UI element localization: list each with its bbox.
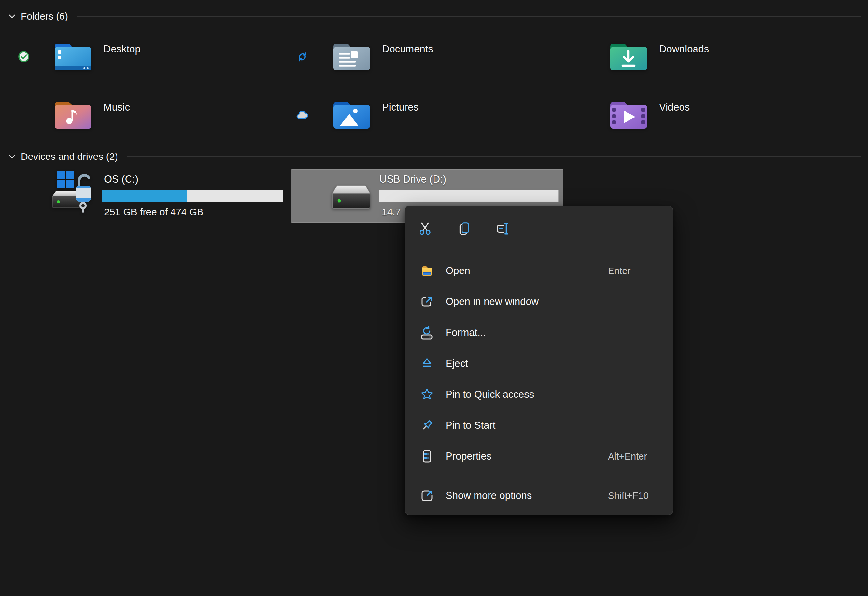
pin-icon [420, 418, 434, 432]
menu-item-label: Pin to Quick access [446, 389, 534, 400]
menu-item-label: Properties [446, 450, 492, 462]
music-folder-icon [52, 100, 94, 130]
drive-capacity-text: 251 GB free of 474 GB [104, 207, 204, 217]
show-more-options-icon [420, 488, 434, 503]
context-menu: Open Enter Open in new window [404, 206, 673, 515]
menu-item-show-more-options[interactable]: Show more options Shift+F10 [405, 480, 673, 511]
folder-tile-music[interactable]: Music [52, 100, 274, 130]
eject-icon [420, 356, 434, 371]
usb-drive-icon [331, 181, 371, 210]
rename-button[interactable] [495, 221, 511, 236]
open-new-window-icon [420, 295, 434, 309]
rename-icon [496, 221, 511, 236]
desktop-folder-icon [52, 41, 94, 72]
folder-tile-videos[interactable]: Videos [608, 100, 829, 130]
capacity-bar-fill [102, 190, 187, 202]
menu-item-shortcut: Shift+F10 [608, 490, 649, 501]
downloads-folder-icon [608, 41, 649, 72]
drive-capacity-text: 14.7 [382, 207, 401, 217]
menu-separator [405, 475, 673, 476]
menu-item-pin-to-quick-access[interactable]: Pin to Quick access [405, 379, 673, 410]
menu-item-shortcut: Alt+Enter [608, 451, 647, 462]
format-drive-icon [420, 326, 434, 340]
quick-actions-row [405, 206, 673, 251]
menu-items: Open Enter Open in new window [405, 251, 673, 475]
file-explorer-content: Folders (6) Desktop [0, 0, 868, 596]
menu-item-label: Open in new window [446, 296, 539, 308]
sync-complete-icon [18, 51, 30, 62]
folder-label: Desktop [103, 41, 140, 55]
section-divider [77, 16, 861, 16]
menu-item-label: Open [446, 265, 470, 277]
folder-label: Pictures [382, 100, 419, 113]
documents-folder-icon [331, 41, 372, 72]
folder-label: Music [103, 100, 130, 113]
sync-in-progress-icon [297, 51, 308, 62]
menu-item-label: Pin to Start [446, 420, 495, 431]
folder-tile-documents[interactable]: Documents [331, 41, 552, 72]
devices-section-header: Devices and drives (2) [8, 149, 861, 164]
chevron-down-icon[interactable] [8, 12, 16, 21]
drive-name: USB Drive (D:) [379, 174, 446, 185]
menu-item-format[interactable]: Format... [405, 317, 673, 348]
folder-label: Videos [659, 100, 689, 113]
menu-item-properties[interactable]: Properties Alt+Enter [405, 441, 673, 472]
capacity-bar [378, 190, 559, 202]
menu-item-shortcut: Enter [608, 265, 630, 276]
folder-label: Downloads [659, 41, 709, 55]
pictures-folder-icon [331, 100, 372, 130]
section-divider [127, 156, 861, 157]
menu-item-label: Eject [446, 358, 468, 369]
folders-section-label: Folders (6) [21, 11, 68, 22]
chevron-down-icon[interactable] [8, 152, 16, 161]
properties-icon [420, 449, 434, 463]
cloud-online-only-icon [297, 111, 308, 120]
menu-item-eject[interactable]: Eject [405, 348, 673, 379]
drive-tile-os-c[interactable]: OS (C:) 251 GB free of 474 GB [19, 169, 291, 223]
menu-item-pin-to-start[interactable]: Pin to Start [405, 410, 673, 441]
devices-section-label: Devices and drives (2) [21, 151, 118, 162]
folder-tile-downloads[interactable]: Downloads [608, 41, 829, 72]
folder-tile-desktop[interactable]: Desktop [52, 41, 274, 72]
scissors-icon [418, 221, 433, 236]
os-drive-icon [52, 171, 99, 214]
open-folder-icon [420, 264, 434, 278]
folder-tile-pictures[interactable]: Pictures [331, 100, 552, 130]
videos-folder-icon [608, 100, 649, 130]
menu-item-open-in-new-window[interactable]: Open in new window [405, 286, 673, 317]
folders-section-header: Folders (6) [8, 9, 861, 24]
folder-label: Documents [382, 41, 433, 55]
menu-item-open[interactable]: Open Enter [405, 255, 673, 286]
star-icon [420, 387, 434, 402]
menu-item-label: Show more options [446, 490, 532, 502]
menu-item-label: Format... [446, 327, 486, 339]
capacity-bar [102, 190, 283, 202]
copy-button[interactable] [457, 221, 472, 236]
cut-button[interactable] [418, 221, 434, 236]
copy-icon [457, 221, 472, 236]
drive-name: OS (C:) [104, 174, 138, 185]
